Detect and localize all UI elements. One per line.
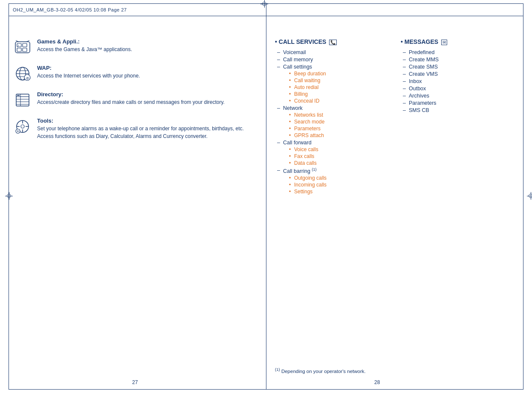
games-appli-title: Games & Appli.: bbox=[37, 38, 254, 45]
beep-duration-item: Beep duration bbox=[289, 71, 399, 77]
create-sms-item: Create SMS bbox=[403, 64, 516, 70]
create-mms-item: Create MMS bbox=[403, 57, 516, 63]
parameters-network-item: Parameters bbox=[289, 126, 399, 132]
search-mode-item: Search mode bbox=[289, 119, 399, 125]
billing-item: Billing bbox=[289, 91, 399, 97]
svg-rect-4 bbox=[23, 48, 27, 52]
call-settings-sublist: Beep duration Call waiting Auto redial B… bbox=[289, 71, 399, 104]
directory-text: Directory: Access/create directory files… bbox=[37, 91, 254, 106]
directory-desc: Access/create directory files and make c… bbox=[37, 98, 254, 106]
wap-title: WAP: bbox=[37, 65, 254, 71]
page-number-27: 27 bbox=[132, 379, 138, 385]
network-item: Network Networks list Search mode Parame… bbox=[277, 105, 399, 138]
auto-redial-item: Auto redial bbox=[289, 84, 399, 90]
messages-list: Predefined Create MMS Create SMS Create … bbox=[403, 49, 516, 113]
outbox-item: Outbox bbox=[403, 86, 516, 92]
call-services-header: • CALL SERVICES 📞 bbox=[275, 38, 399, 45]
wap-icon: @ bbox=[13, 66, 32, 82]
footnote: (1) Depending on your operator's network… bbox=[275, 367, 517, 374]
sms-cb-item: SMS CB bbox=[403, 107, 516, 113]
footnote-sup: (1) bbox=[275, 367, 280, 372]
call-forward-item: Call forward Voice calls Fax calls Data … bbox=[277, 140, 399, 166]
messages-header: • MESSAGES ✉ bbox=[401, 38, 516, 45]
call-settings-item: Call settings Beep duration Call waiting… bbox=[277, 64, 399, 104]
voicemail-item: Voicemail bbox=[277, 49, 399, 55]
call-barring-sublist: Outgoing calls Incoming calls Settings bbox=[289, 175, 399, 195]
wap-item: @ WAP: Access the Internet services with… bbox=[13, 65, 254, 82]
directory-title: Directory: bbox=[37, 91, 254, 98]
gprs-attach-item: GPRS attach bbox=[289, 132, 399, 138]
games-appli-desc: Access the Games & Java™ applications. bbox=[37, 46, 254, 53]
page-border-right bbox=[523, 3, 523, 390]
games-appli-text: Games & Appli.: Access the Games & Java™… bbox=[37, 38, 254, 53]
conceal-id-item: Conceal ID bbox=[289, 98, 399, 104]
call-barring-item: Call barring (1) Outgoing calls Incoming… bbox=[277, 167, 399, 195]
messages-title: MESSAGES bbox=[405, 38, 438, 45]
svg-point-23 bbox=[21, 125, 24, 128]
networks-list-item: Networks list bbox=[289, 112, 399, 118]
wap-desc: Access the Internet services with your p… bbox=[37, 72, 254, 80]
outgoing-calls-item: Outgoing calls bbox=[289, 175, 399, 181]
svg-text:J: J bbox=[17, 44, 19, 47]
call-services-title: CALL SERVICES bbox=[279, 38, 327, 45]
inbox-item: Inbox bbox=[403, 78, 516, 84]
call-memory-item: Call memory bbox=[277, 57, 399, 63]
settings-item: Settings bbox=[289, 189, 399, 195]
svg-rect-21 bbox=[17, 95, 20, 96]
archives-item: Archives bbox=[403, 93, 516, 99]
network-sublist: Networks list Search mode Parameters GPR… bbox=[289, 112, 399, 138]
center-divider bbox=[266, 3, 266, 390]
tools-text: Tools: Set your telephone alarms as a wa… bbox=[37, 118, 254, 140]
call-services-column: • CALL SERVICES 📞 Voicemail Call memory … bbox=[275, 19, 399, 372]
call-services-icon: 📞 bbox=[329, 40, 337, 45]
tools-item: Tools: Set your telephone alarms as a wa… bbox=[13, 118, 254, 140]
footnote-text: Depending on your operator's network. bbox=[281, 369, 366, 374]
incoming-calls-item: Incoming calls bbox=[289, 182, 399, 188]
messages-column: • MESSAGES ✉ Predefined Create MMS Creat… bbox=[401, 19, 516, 372]
svg-text:@: @ bbox=[26, 77, 29, 80]
tools-title: Tools: bbox=[37, 118, 254, 124]
call-forward-sublist: Voice calls Fax calls Data calls bbox=[289, 146, 399, 166]
tools-desc: Set your telephone alarms as a wake-up c… bbox=[37, 125, 254, 140]
directory-icon bbox=[13, 92, 32, 108]
messages-icon: ✉ bbox=[441, 40, 447, 45]
msg-parameters-item: Parameters bbox=[403, 100, 516, 106]
games-icon: J bbox=[13, 39, 32, 55]
svg-rect-2 bbox=[23, 43, 27, 47]
voice-calls-item: Voice calls bbox=[289, 146, 399, 152]
call-services-list: Voicemail Call memory Call settings Beep… bbox=[277, 49, 399, 195]
predefined-item: Predefined bbox=[403, 49, 516, 55]
page-number-28: 28 bbox=[374, 379, 380, 385]
call-waiting-item: Call waiting bbox=[289, 77, 399, 83]
fax-calls-item: Fax calls bbox=[289, 153, 399, 159]
directory-item: Directory: Access/create directory files… bbox=[13, 91, 254, 108]
header-text: OH2_UM_AM_GB-3-02-05 4/02/05 10:08 Page … bbox=[13, 7, 127, 12]
svg-rect-3 bbox=[17, 48, 21, 52]
tools-icon bbox=[13, 118, 32, 135]
data-calls-item: Data calls bbox=[289, 160, 399, 166]
create-vms-item: Create VMS bbox=[403, 71, 516, 77]
left-column: J Games & Appli.: Access the Games & Jav… bbox=[13, 19, 254, 372]
games-appli-item: J Games & Appli.: Access the Games & Jav… bbox=[13, 38, 254, 55]
wap-text: WAP: Access the Internet services with y… bbox=[37, 65, 254, 80]
